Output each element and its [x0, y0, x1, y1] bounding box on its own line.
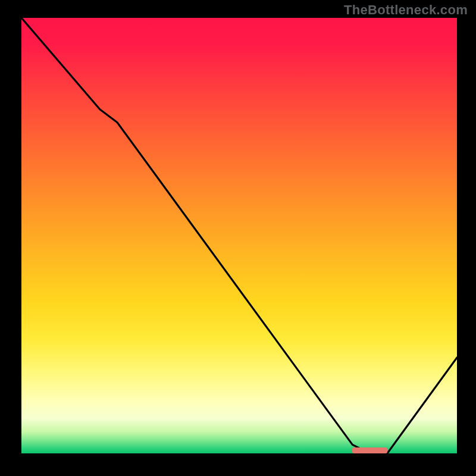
optimum-marker	[352, 447, 387, 453]
bottleneck-curve	[21, 18, 457, 453]
chart-frame: TheBottleneck.com	[0, 0, 476, 476]
watermark-text: TheBottleneck.com	[344, 2, 468, 18]
gradient-plot-area	[21, 18, 457, 453]
